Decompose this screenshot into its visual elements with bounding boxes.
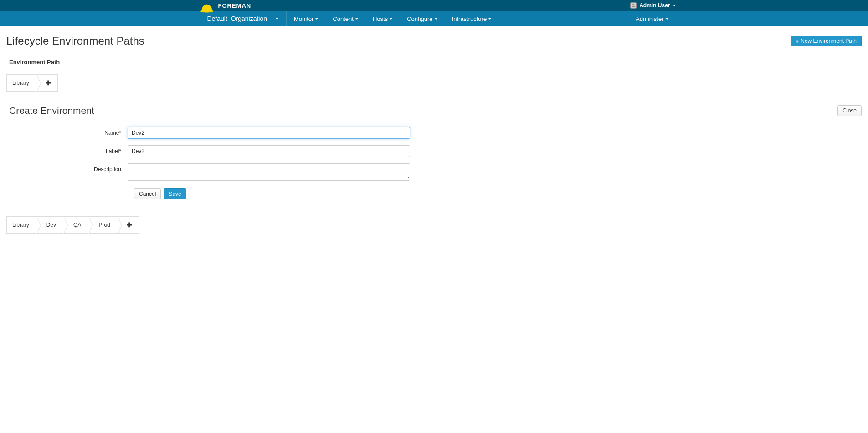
nav-configure[interactable]: Configure bbox=[400, 11, 444, 26]
name-input[interactable] bbox=[128, 127, 410, 139]
chevron-down-icon bbox=[666, 18, 668, 20]
button-label: New Environment Path bbox=[801, 38, 857, 44]
chevron-down-icon bbox=[275, 18, 279, 20]
chevron-down-icon bbox=[390, 18, 392, 20]
description-input[interactable] bbox=[128, 163, 410, 181]
nav-label: Infrastructure bbox=[452, 15, 487, 22]
svg-point-1 bbox=[632, 4, 634, 5]
user-menu[interactable]: Admin User bbox=[630, 2, 675, 9]
path-segment[interactable]: Library bbox=[7, 217, 36, 233]
nav-hosts[interactable]: Hosts bbox=[365, 11, 400, 26]
close-button[interactable]: Close bbox=[837, 105, 862, 116]
section-label: Environment Path bbox=[6, 52, 862, 72]
path-segment[interactable]: Library bbox=[7, 75, 36, 91]
chevron-down-icon bbox=[673, 5, 676, 6]
nav-administer[interactable]: Administer bbox=[628, 11, 675, 26]
chevron-down-icon bbox=[488, 18, 491, 20]
chevron-down-icon bbox=[315, 18, 318, 20]
name-label: Name* bbox=[6, 127, 128, 136]
brand-logo-area[interactable]: FOREMAN bbox=[200, 0, 252, 12]
nav-bar: Default_Organization Monitor Content Hos… bbox=[0, 11, 868, 26]
label-input[interactable] bbox=[128, 145, 410, 157]
page-title: Lifecycle Environment Paths bbox=[6, 35, 144, 47]
nav-monitor[interactable]: Monitor bbox=[287, 11, 325, 26]
nav-label: Hosts bbox=[373, 15, 388, 22]
environment-path: Library Dev QA Prod ✚ bbox=[6, 216, 139, 234]
new-environment-path-button[interactable]: + New Environment Path bbox=[791, 36, 862, 46]
label-label: Label* bbox=[6, 145, 128, 154]
nav-label: Monitor bbox=[294, 15, 313, 22]
cancel-button[interactable]: Cancel bbox=[134, 188, 161, 199]
plus-icon: ✚ bbox=[46, 79, 51, 87]
hardhat-icon bbox=[200, 2, 214, 15]
plus-icon: + bbox=[796, 38, 799, 44]
nav-content[interactable]: Content bbox=[325, 11, 365, 26]
org-name: Default_Organization bbox=[207, 15, 267, 22]
create-environment-form: Name* Label* Description Cancel Save bbox=[6, 127, 862, 209]
nav-label: Content bbox=[333, 15, 354, 22]
plus-icon: ✚ bbox=[127, 221, 132, 229]
svg-point-0 bbox=[200, 10, 213, 13]
form-title: Create Environment bbox=[6, 105, 94, 116]
save-button[interactable]: Save bbox=[164, 188, 186, 199]
brand-bar: FOREMAN Admin User bbox=[0, 0, 868, 11]
chevron-down-icon bbox=[435, 18, 437, 20]
nav-label: Administer bbox=[636, 15, 663, 22]
nav-label: Configure bbox=[407, 15, 432, 22]
avatar-icon bbox=[630, 2, 637, 9]
user-name: Admin User bbox=[639, 2, 670, 9]
brand-name: FOREMAN bbox=[218, 2, 252, 9]
chevron-down-icon bbox=[355, 18, 358, 20]
nav-infrastructure[interactable]: Infrastructure bbox=[445, 11, 499, 26]
environment-path: Library ✚ bbox=[6, 74, 58, 92]
description-label: Description bbox=[6, 163, 128, 173]
